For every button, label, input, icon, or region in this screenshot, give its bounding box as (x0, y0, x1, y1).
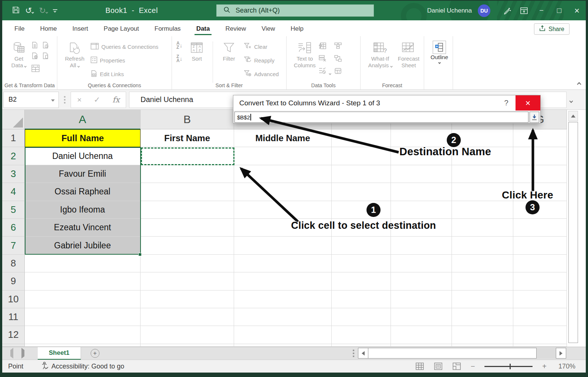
zoom-slider-thumb[interactable] (510, 364, 511, 369)
cell-D11[interactable] (332, 308, 391, 326)
from-web-icon[interactable] (31, 52, 40, 61)
forecast-sheet-button[interactable]: Forecast Sheet (395, 40, 422, 89)
cell-G9[interactable] (513, 272, 567, 290)
scroll-up-button[interactable] (568, 111, 578, 121)
zoom-in-button[interactable]: + (542, 362, 547, 371)
maximize-button[interactable]: □ (550, 1, 568, 20)
row-header-4[interactable]: 4 (2, 183, 25, 201)
cell-B11[interactable] (141, 308, 234, 326)
column-header-a[interactable]: A (25, 110, 141, 129)
horizontal-scrollbar-thumb[interactable] (368, 348, 537, 359)
page-layout-view-icon[interactable] (434, 362, 443, 370)
cell-G1[interactable] (513, 129, 567, 147)
tab-formulas[interactable]: Formulas (147, 22, 189, 35)
cell-partial[interactable] (513, 344, 567, 347)
cell-A11[interactable] (25, 308, 141, 326)
flash-fill-icon[interactable] (318, 42, 331, 51)
formula-bar-grip[interactable] (64, 96, 65, 103)
row-header-9[interactable]: 9 (2, 272, 25, 290)
cell-partial[interactable] (452, 344, 513, 347)
cell-A6[interactable]: Ezeatu Vincent (25, 219, 141, 237)
data-model-icon[interactable]: J (334, 67, 342, 76)
cell-F7[interactable] (452, 237, 513, 254)
row-header-10[interactable]: 10 (2, 291, 25, 308)
page-break-preview-icon[interactable] (452, 362, 461, 370)
destination-range-input[interactable]: $B$2 (234, 112, 528, 123)
cell-E9[interactable] (391, 272, 452, 290)
ribbon-display-options-icon[interactable] (516, 1, 533, 20)
cell-C7[interactable] (234, 237, 332, 254)
what-if-analysis-button[interactable]: ? What-If Analysis (365, 40, 395, 89)
cell-E3[interactable] (391, 165, 452, 183)
cell-C1[interactable]: Middle Name (234, 129, 332, 147)
cell-A1[interactable]: Full Name (25, 129, 141, 147)
name-box[interactable]: B2 (3, 92, 59, 108)
user-name[interactable]: Daniel Uchenna (427, 7, 472, 14)
cell-A3[interactable]: Favour Emili (25, 165, 141, 183)
data-validation-icon[interactable] (318, 67, 331, 76)
row-header-13-partial[interactable] (2, 344, 25, 347)
sheet-tab[interactable]: Sheet1 (38, 347, 81, 360)
cell-G3[interactable] (513, 165, 567, 183)
cell-A7[interactable]: Gabriel Jubilee (25, 237, 141, 254)
cell-F8[interactable] (452, 255, 513, 272)
row-header-7[interactable]: 7 (2, 237, 25, 254)
cell-D5[interactable] (332, 201, 391, 219)
tab-insert[interactable]: Insert (65, 22, 96, 35)
cell-partial[interactable] (234, 344, 332, 347)
sort-ascending-button[interactable]: AZ↓ (176, 41, 182, 50)
cell-partial[interactable] (391, 344, 452, 347)
cell-F10[interactable] (452, 291, 513, 308)
row-header-5[interactable]: 5 (2, 201, 25, 219)
avatar[interactable]: DU (478, 4, 490, 17)
text-to-columns-button[interactable]: Text to Columns (291, 40, 318, 89)
cell-C12[interactable] (234, 326, 332, 344)
sparkle-pen-icon[interactable] (499, 1, 516, 20)
close-button[interactable]: × (568, 1, 586, 20)
sort-descending-button[interactable]: ZA↓ (176, 55, 182, 63)
vertical-scrollbar[interactable] (568, 122, 578, 343)
tab-help[interactable]: Help (283, 22, 311, 35)
dialog-close-button[interactable]: × (516, 95, 540, 111)
tab-page-layout[interactable]: Page Layout (96, 22, 146, 35)
tab-data[interactable]: Data (189, 22, 218, 35)
cell-F3[interactable] (452, 165, 513, 183)
cell-G8[interactable] (513, 255, 567, 272)
cell-G11[interactable] (513, 308, 567, 326)
normal-view-icon[interactable] (415, 362, 424, 370)
refresh-all-button[interactable]: Refresh All (62, 40, 87, 89)
cell-B6[interactable] (141, 219, 234, 237)
next-sheet-icon[interactable] (21, 350, 24, 357)
consolidate-icon[interactable] (334, 42, 342, 51)
cell-F1[interactable] (452, 129, 513, 147)
cell-partial[interactable] (141, 344, 234, 347)
from-table-icon[interactable] (31, 64, 40, 74)
cell-D2[interactable] (332, 147, 391, 165)
cell-D7[interactable] (332, 237, 391, 254)
cell-A5[interactable]: Igbo Ifeoma (25, 201, 141, 219)
tab-view[interactable]: View (254, 22, 283, 35)
cell-B8[interactable] (141, 255, 234, 272)
cell-G2[interactable] (513, 147, 567, 165)
filter-button[interactable]: Filter (217, 40, 241, 89)
insert-function-icon[interactable]: fx (112, 95, 120, 104)
undo-button[interactable]: ↺ (25, 6, 34, 16)
cell-G5[interactable] (513, 201, 567, 219)
tab-review[interactable]: Review (217, 22, 254, 35)
cell-C4[interactable] (234, 183, 332, 201)
destination-cell-marquee[interactable] (141, 147, 234, 165)
collapse-ribbon-button[interactable] (578, 81, 581, 87)
cell-B3[interactable] (141, 165, 234, 183)
cell-C5[interactable] (234, 201, 332, 219)
cell-G10[interactable] (513, 291, 567, 308)
fill-handle[interactable] (138, 253, 142, 256)
edit-links-button[interactable]: Edit Links (91, 69, 158, 79)
remove-duplicates-icon[interactable] (318, 55, 331, 64)
collapse-dialog-button[interactable] (530, 112, 539, 123)
prev-sheet-icon[interactable] (10, 350, 13, 357)
row-header-2[interactable]: 2 (2, 147, 25, 165)
share-button[interactable]: Share (534, 23, 570, 35)
cell-B9[interactable] (141, 272, 234, 290)
cell-A9[interactable] (25, 272, 141, 290)
column-header-b[interactable]: B (141, 110, 234, 129)
